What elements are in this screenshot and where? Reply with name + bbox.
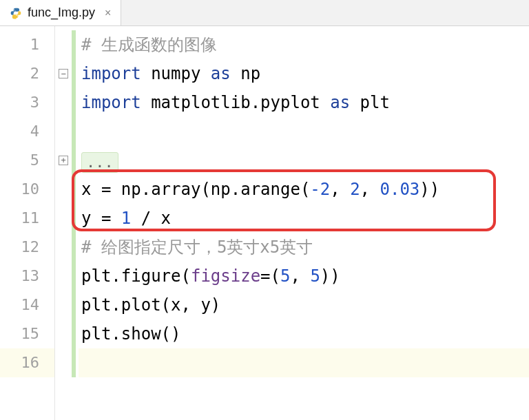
tab-bar: func_Img.py × — [0, 0, 529, 26]
comment-token: # 给图指定尺寸，5英寸x5英寸 — [81, 238, 313, 257]
code-line[interactable]: import numpy as np — [79, 59, 529, 88]
text-token: x = np.array(np.arange( — [81, 180, 310, 199]
fold-gutter: − + — [55, 26, 72, 420]
line-number: 12 — [0, 233, 54, 262]
number-token: 5 — [310, 266, 320, 286]
svg-point-1 — [17, 16, 18, 17]
text-token: numpy — [141, 64, 211, 83]
text-token: / x — [131, 209, 171, 228]
text-token: plt — [350, 93, 390, 112]
code-line[interactable]: x = np.array(np.arange(-2, 2, 0.03)) — [79, 175, 529, 204]
code-line-folded[interactable]: ... — [79, 146, 529, 175]
number-token: 0.03 — [380, 180, 420, 199]
text-token: )) — [419, 180, 439, 199]
line-number: 2 — [0, 59, 54, 88]
code-line[interactable]: import matplotlib.pyplot as plt — [79, 88, 529, 117]
keyword-token: import — [81, 64, 141, 83]
code-line[interactable]: # 生成函数的图像 — [79, 30, 529, 59]
text-token: plt.show() — [81, 324, 181, 344]
code-editor[interactable]: 1 2 3 4 5 10 11 12 13 14 15 16 − + # 生成函… — [0, 26, 529, 420]
fold-collapse-icon[interactable]: − — [59, 69, 68, 78]
line-number: 14 — [0, 291, 54, 319]
keyword-token: import — [81, 93, 141, 112]
line-number: 5 — [0, 146, 54, 175]
text-token: , — [290, 266, 310, 286]
code-line[interactable]: # 给图指定尺寸，5英寸x5英寸 — [79, 233, 529, 262]
comment-token: # 生成函数的图像 — [81, 35, 217, 54]
text-token: np — [231, 64, 260, 83]
keyword-token: as — [330, 93, 350, 112]
text-token: )) — [320, 266, 340, 286]
text-token: matplotlib.pyplot — [141, 93, 331, 112]
text-token: , — [330, 180, 350, 199]
text-token: =( — [260, 266, 280, 286]
number-token: 5 — [280, 266, 290, 286]
code-line[interactable] — [79, 348, 529, 377]
fold-expand-icon[interactable]: + — [59, 156, 68, 165]
number-token: 2 — [350, 180, 360, 199]
text-token: y = — [81, 209, 121, 228]
line-number: 10 — [0, 175, 54, 204]
line-number: 1 — [0, 30, 54, 59]
text-token: plt.plot(x, y) — [81, 295, 220, 315]
number-token: -2 — [310, 180, 330, 199]
kwarg-token: figsize — [191, 266, 260, 286]
line-number: 16 — [0, 348, 54, 377]
line-number: 13 — [0, 262, 54, 291]
line-number-gutter: 1 2 3 4 5 10 11 12 13 14 15 16 — [0, 26, 55, 420]
text-token: , — [360, 180, 380, 199]
keyword-token: as — [211, 64, 231, 83]
line-number: 15 — [0, 319, 54, 348]
python-file-icon — [10, 7, 22, 19]
svg-point-0 — [14, 8, 14, 9]
number-token: 1 — [121, 209, 131, 228]
code-line[interactable]: plt.figure(figsize=(5, 5)) — [79, 262, 529, 291]
text-token: plt.figure( — [81, 266, 191, 286]
tab-filename: func_Img.py — [28, 6, 95, 20]
file-tab[interactable]: func_Img.py × — [0, 0, 121, 25]
code-line[interactable]: plt.show() — [79, 319, 529, 348]
code-line[interactable]: y = 1 / x — [79, 204, 529, 233]
code-line[interactable]: plt.plot(x, y) — [79, 291, 529, 319]
close-tab-icon[interactable]: × — [105, 7, 111, 19]
code-line[interactable] — [79, 117, 529, 146]
code-text-area[interactable]: # 生成函数的图像 import numpy as np import matp… — [76, 26, 529, 420]
line-number: 11 — [0, 204, 54, 233]
fold-placeholder[interactable]: ... — [81, 152, 118, 173]
line-number: 4 — [0, 117, 54, 146]
line-number: 3 — [0, 88, 54, 117]
